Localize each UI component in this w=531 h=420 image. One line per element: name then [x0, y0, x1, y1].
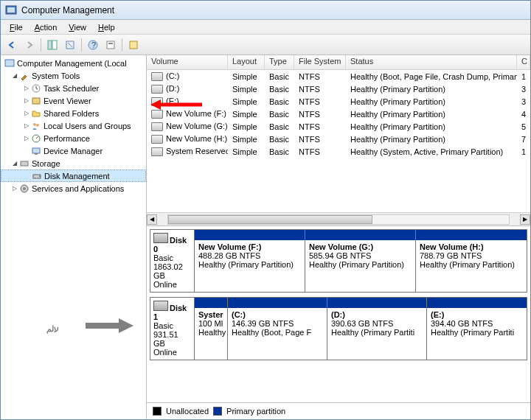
partition-header	[195, 298, 227, 308]
svg-text:?: ?	[91, 41, 96, 49]
partition[interactable]: (E:)394.40 GB NTFSHealthy (Primary Parti…	[427, 298, 527, 360]
svg-rect-7	[107, 41, 114, 49]
partition[interactable]: New Volume (G:)585.94 GB NTFSHealthy (Pr…	[305, 230, 416, 292]
disk-info[interactable]: Disk 1Basic931.51 GBOnline	[150, 298, 195, 360]
properties-button[interactable]	[103, 37, 119, 53]
partition[interactable]: Syster100 MIHealthy	[195, 298, 228, 360]
disk-icon	[153, 301, 168, 311]
disk-partitions: Syster100 MIHealthy(C:)146.39 GB NTFSHea…	[195, 298, 527, 360]
partition[interactable]: (D:)390.63 GB NTFSHealthy (Primary Parti…	[327, 298, 427, 360]
help-button[interactable]: ?	[85, 37, 101, 53]
menu-file[interactable]: File	[4, 21, 29, 33]
tree-label: Device Manager	[44, 147, 103, 155]
collapse-icon[interactable]: ◢	[11, 160, 18, 167]
tree-performance[interactable]: ▷ Performance	[1, 132, 146, 144]
right-pane: Volume Layout Type File System Status C …	[147, 55, 530, 419]
svg-rect-18	[21, 161, 28, 166]
tree-shared-folders[interactable]: ▷ Shared Folders	[1, 107, 146, 119]
col-layout[interactable]: Layout	[228, 55, 265, 69]
expand-icon[interactable]: ▷	[23, 97, 30, 104]
scroll-right-icon[interactable]: ▶	[520, 214, 530, 225]
table-row[interactable]: System ReservedSimpleBasicNTFSHealthy (S…	[147, 145, 530, 158]
svg-rect-17	[35, 153, 38, 155]
toolbar-separator	[122, 38, 122, 52]
back-button[interactable]	[4, 37, 20, 53]
tree-storage[interactable]: ◢ Storage	[1, 157, 146, 169]
horizontal-scrollbar[interactable]: ◀ ▶	[147, 212, 530, 225]
svg-point-22	[23, 187, 26, 190]
col-c[interactable]: C	[517, 55, 530, 69]
tree-label: Services and Applications	[32, 184, 124, 193]
show-hide-tree-button[interactable]	[44, 37, 60, 53]
volume-icon	[151, 85, 163, 94]
col-type[interactable]: Type	[265, 55, 294, 69]
partition[interactable]: New Volume (H:)788.79 GB NTFSHealthy (Pr…	[416, 230, 527, 292]
disk-row: Disk 0Basic1863.02 GBOnlineNew Volume (F…	[150, 229, 527, 293]
services-icon	[18, 183, 30, 195]
col-status[interactable]: Status	[346, 55, 517, 69]
content-area: Computer Management (Local ◢ System Tool…	[1, 55, 530, 419]
col-filesystem[interactable]: File System	[294, 55, 346, 69]
forward-button[interactable]	[21, 37, 38, 53]
disk-info[interactable]: Disk 0Basic1863.02 GBOnline	[150, 230, 195, 292]
titlebar[interactable]: Computer Management	[1, 1, 530, 20]
tree-task-scheduler[interactable]: ▷ Task Scheduler	[1, 82, 146, 94]
tree-system-tools[interactable]: ◢ System Tools	[1, 69, 146, 82]
table-row[interactable]: (C:)SimpleBasicNTFSHealthy (Boot, Page F…	[147, 70, 530, 83]
table-row[interactable]: New Volume (G:)SimpleBasicNTFSHealthy (P…	[147, 120, 530, 133]
annotation-arrow-red	[150, 97, 202, 112]
table-row[interactable]: New Volume (F:)SimpleBasicNTFSHealthy (P…	[147, 108, 530, 120]
users-icon	[30, 120, 42, 132]
refresh-button[interactable]	[62, 37, 78, 53]
toolbar-separator	[81, 38, 82, 52]
expand-icon[interactable]: ▷	[23, 110, 30, 116]
tree-local-users[interactable]: ▷ Local Users and Groups	[1, 119, 146, 132]
tree-services-apps[interactable]: ▷ Services and Applications	[1, 182, 146, 195]
legend: Unallocated Primary partition	[147, 403, 530, 419]
app-icon	[5, 4, 17, 16]
computer-management-window: Computer Management File Action View Hel…	[0, 0, 531, 420]
tree-label: Local Users and Groups	[44, 122, 131, 130]
settings-button[interactable]	[125, 37, 142, 53]
table-row[interactable]: New Volume (H:)SimpleBasicNTFSHealthy (P…	[147, 133, 530, 145]
partition[interactable]: New Volume (F:)488.28 GB NTFSHealthy (Pr…	[195, 230, 305, 292]
window-title: Computer Management	[21, 5, 114, 15]
menu-help[interactable]: Help	[92, 21, 121, 33]
collapse-icon[interactable]: ◢	[11, 72, 18, 79]
partition[interactable]: (C:)146.39 GB NTFSHealthy (Boot, Page F	[228, 298, 327, 360]
table-row[interactable]: (E:)SimpleBasicNTFSHealthy (Primary Part…	[147, 95, 530, 108]
tree-label: Event Viewer	[44, 97, 91, 105]
table-row[interactable]: (D:)SimpleBasicNTFSHealthy (Primary Part…	[147, 83, 530, 95]
expand-icon[interactable]: ▷	[23, 85, 30, 91]
expand-icon[interactable]: ▷	[11, 185, 18, 192]
tree-device-manager[interactable]: Device Manager	[1, 144, 146, 157]
disk-layout-view: Disk 0Basic1863.02 GBOnlineNew Volume (F…	[147, 226, 530, 403]
expand-icon[interactable]: ▷	[23, 122, 30, 129]
svg-rect-16	[32, 148, 40, 153]
tree-disk-management[interactable]: Disk Management	[1, 169, 146, 182]
disk-partitions: New Volume (F:)488.28 GB NTFSHealthy (Pr…	[195, 230, 527, 292]
volume-icon	[151, 122, 163, 131]
svg-rect-9	[130, 41, 137, 49]
navigation-tree[interactable]: Computer Management (Local ◢ System Tool…	[1, 55, 147, 419]
tree-label: System Tools	[32, 71, 80, 80]
event-icon	[30, 95, 42, 107]
svg-marker-24	[150, 99, 161, 110]
annotation-watermark: עلم	[45, 311, 133, 342]
tree-event-viewer[interactable]: ▷ Event Viewer	[1, 94, 146, 107]
expand-icon[interactable]: ▷	[23, 135, 30, 141]
tree-label: Task Scheduler	[44, 84, 99, 93]
tree-root[interactable]: Computer Management (Local	[1, 57, 146, 69]
scroll-thumb[interactable]	[168, 215, 372, 224]
tree-label: Storage	[32, 159, 60, 168]
legend-label-primary: Primary partition	[226, 407, 285, 416]
col-volume[interactable]: Volume	[147, 55, 228, 69]
clock-icon	[30, 83, 42, 94]
menu-action[interactable]: Action	[29, 21, 63, 33]
menu-view[interactable]: View	[63, 21, 92, 33]
volume-icon	[151, 147, 163, 156]
scroll-left-icon[interactable]: ◀	[147, 214, 157, 225]
partition-header	[305, 230, 415, 240]
tree-label: Computer Management (Local	[17, 59, 127, 68]
scroll-track[interactable]	[167, 214, 510, 225]
